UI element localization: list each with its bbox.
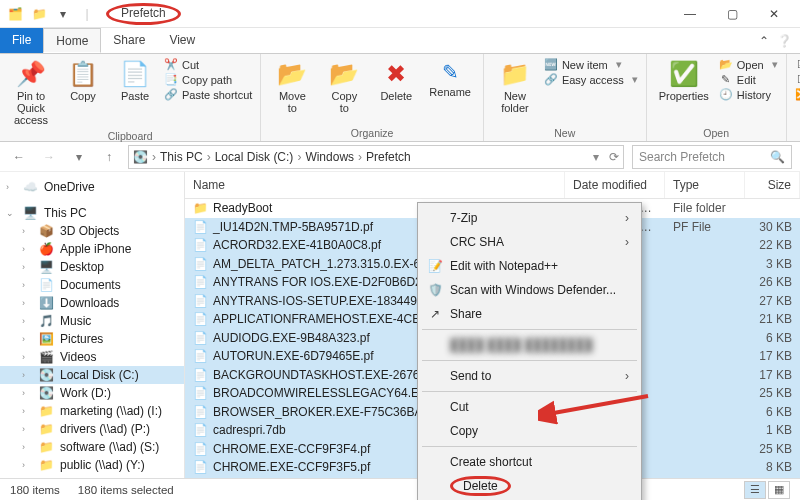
ctx-scan-defender[interactable]: 🛡️Scan with Windows Defender...: [420, 278, 639, 302]
tab-view[interactable]: View: [157, 28, 207, 53]
tree-item-label: Videos: [60, 350, 96, 364]
new-item-button[interactable]: 🆕New item▾: [544, 58, 638, 71]
ctx-crcsha-label: CRC SHA: [450, 235, 504, 249]
tree-item[interactable]: ›📦3D Objects: [0, 222, 184, 240]
pin-to-quick-access-button[interactable]: 📌 Pin to Quick access: [8, 58, 54, 128]
col-name[interactable]: Name: [185, 172, 565, 198]
tree-item[interactable]: ›📁marketing (\\ad) (I:): [0, 402, 184, 420]
maximize-button[interactable]: ▢: [712, 0, 752, 28]
file-icon: 📄: [193, 331, 207, 345]
tree-item[interactable]: ›📁public (\\ad) (Y:): [0, 456, 184, 474]
history-label: History: [737, 89, 771, 101]
tree-item-icon: 📄: [38, 278, 54, 292]
tree-item-icon: 🍎: [38, 242, 54, 256]
ctx-edit-notepadpp[interactable]: 📝Edit with Notepad++: [420, 254, 639, 278]
tab-file[interactable]: File: [0, 28, 43, 53]
crumb-0[interactable]: This PC: [160, 150, 203, 164]
history-button[interactable]: 🕘History: [719, 88, 778, 101]
edit-button[interactable]: ✎Edit: [719, 73, 778, 86]
file-size: 17 KB: [745, 349, 800, 363]
copy-label: Copy: [70, 90, 96, 102]
status-item-count: 180 items: [10, 484, 60, 496]
tree-item[interactable]: ›🍎Apple iPhone: [0, 240, 184, 258]
tree-item[interactable]: ›🖥️Desktop: [0, 258, 184, 276]
col-type[interactable]: Type: [665, 172, 745, 198]
ctx-send-to[interactable]: Send to›: [420, 364, 639, 388]
search-icon: 🔍: [770, 150, 785, 164]
ctx-redacted[interactable]: ████ ████ ████████: [420, 333, 639, 357]
recent-dropdown[interactable]: ▾: [68, 146, 90, 168]
new-folder-button[interactable]: 📁New folder: [492, 58, 538, 116]
refresh-icon[interactable]: ⟳: [609, 150, 619, 164]
delete-button[interactable]: ✖Delete: [373, 58, 419, 104]
tree-item[interactable]: ›📁drivers (\\ad) (P:): [0, 420, 184, 438]
ctx-7zip[interactable]: 7-Zip›: [420, 206, 639, 230]
tree-item[interactable]: ›⬇️Downloads: [0, 294, 184, 312]
paste-shortcut-button[interactable]: 🔗Paste shortcut: [164, 88, 252, 101]
navigation-tree[interactable]: ›☁️OneDrive ⌄🖥️This PC ›📦3D Objects›🍎App…: [0, 172, 185, 478]
select-all-button[interactable]: ☑Select all: [795, 58, 800, 71]
copy-path-button[interactable]: 📑Copy path: [164, 73, 252, 86]
tree-item[interactable]: ›📄Documents: [0, 276, 184, 294]
properties-button[interactable]: ✅Properties: [655, 58, 713, 104]
invert-selection-button[interactable]: 🔀Invert selection: [795, 88, 800, 101]
copy-icon: 📋: [68, 60, 98, 88]
file-icon: 📄: [193, 238, 207, 252]
ctx-share[interactable]: ↗Share: [420, 302, 639, 326]
easy-access-icon: 🔗: [544, 73, 558, 86]
help-icon[interactable]: ❔: [777, 34, 792, 48]
select-none-button[interactable]: ☐Select none: [795, 73, 800, 86]
col-size[interactable]: Size: [745, 172, 800, 198]
crumb-2[interactable]: Windows: [305, 150, 354, 164]
search-input[interactable]: Search Prefetch 🔍: [632, 145, 792, 169]
column-headers[interactable]: Name Date modified Type Size: [185, 172, 800, 199]
tree-this-pc[interactable]: ⌄🖥️This PC: [0, 204, 184, 222]
minimize-button[interactable]: —: [670, 0, 710, 28]
tree-onedrive[interactable]: ›☁️OneDrive: [0, 178, 184, 196]
tab-home[interactable]: Home: [43, 28, 101, 53]
copy-button[interactable]: 📋 Copy: [60, 58, 106, 104]
tree-item-icon: ⬇️: [38, 296, 54, 310]
tree-item[interactable]: ›🖼️Pictures: [0, 330, 184, 348]
close-button[interactable]: ✕: [754, 0, 794, 28]
ctx-delete[interactable]: Delete: [420, 474, 639, 498]
col-date[interactable]: Date modified: [565, 172, 665, 198]
open-button[interactable]: 📂Open▾: [719, 58, 778, 71]
file-size: 26 KB: [745, 275, 800, 289]
tab-share[interactable]: Share: [101, 28, 157, 53]
breadcrumb[interactable]: 💽 › This PC› Local Disk (C:)› Windows› P…: [128, 145, 624, 169]
rename-button[interactable]: ✎Rename: [425, 58, 475, 100]
file-name: ACRORD32.EXE-41B0A0C8.pf: [213, 238, 381, 252]
tree-item[interactable]: ›🎵Music: [0, 312, 184, 330]
tree-item[interactable]: ›💽Local Disk (C:): [0, 366, 184, 384]
crumb-1[interactable]: Local Disk (C:): [215, 150, 294, 164]
tree-item[interactable]: ›💽Work (D:): [0, 384, 184, 402]
details-view-button[interactable]: ☰: [744, 481, 766, 499]
tree-item[interactable]: ›🎬Videos: [0, 348, 184, 366]
move-to-button[interactable]: 📂Move to: [269, 58, 315, 116]
up-button[interactable]: ↑: [98, 146, 120, 168]
icons-view-button[interactable]: ▦: [768, 481, 790, 499]
back-button[interactable]: ←: [8, 146, 30, 168]
ctx-cut[interactable]: Cut: [420, 395, 639, 419]
paste-label: Paste: [121, 90, 149, 102]
file-size: 25 KB: [745, 386, 800, 400]
tree-item[interactable]: ›📁software (\\ad) (S:): [0, 438, 184, 456]
cut-button[interactable]: ✂️Cut: [164, 58, 252, 71]
pin-icon: 📌: [16, 60, 46, 88]
open-icon: 📂: [719, 58, 733, 71]
collapse-ribbon-icon[interactable]: ⌃: [759, 34, 769, 48]
ctx-7zip-label: 7-Zip: [450, 211, 477, 225]
paste-button[interactable]: 📄 Paste: [112, 58, 158, 104]
easy-access-button[interactable]: 🔗Easy access▾: [544, 73, 638, 86]
chevron-down-icon[interactable]: ▾: [54, 5, 72, 23]
crumb-3[interactable]: Prefetch: [366, 150, 411, 164]
ctx-create-shortcut[interactable]: Create shortcut: [420, 450, 639, 474]
file-icon: 📄: [193, 386, 207, 400]
copy-to-button[interactable]: 📂Copy to: [321, 58, 367, 116]
forward-button[interactable]: →: [38, 146, 60, 168]
breadcrumb-dropdown-icon[interactable]: ▾: [593, 150, 599, 164]
ctx-crcsha[interactable]: CRC SHA›: [420, 230, 639, 254]
ctx-copy[interactable]: Copy: [420, 419, 639, 443]
delete-icon: ✖: [386, 60, 406, 88]
